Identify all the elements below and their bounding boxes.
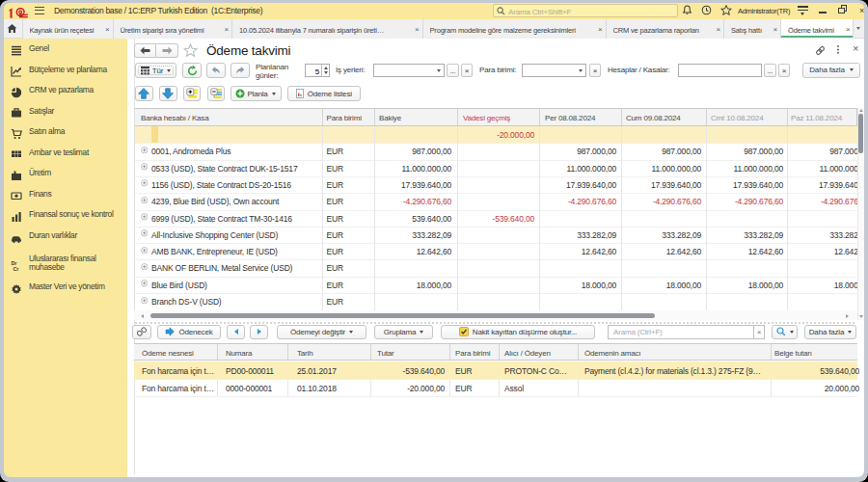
svg-text:Cr: Cr xyxy=(14,265,20,271)
